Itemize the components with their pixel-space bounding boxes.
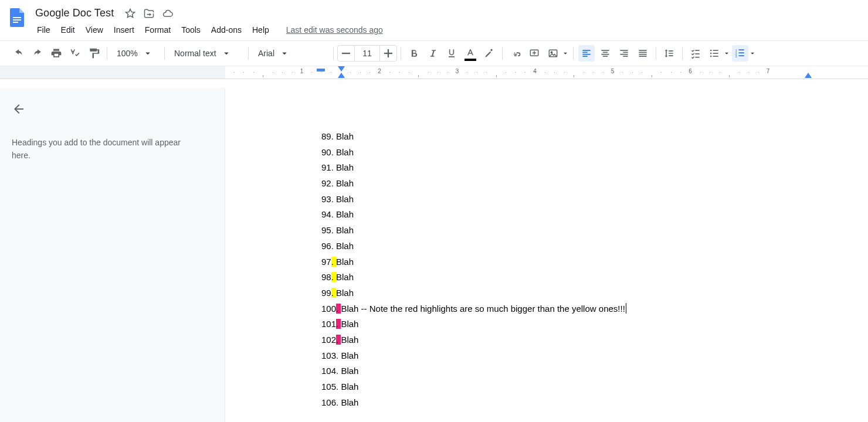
list-item[interactable]: 97. Blah (321, 254, 847, 270)
docs-logo[interactable] (6, 6, 29, 29)
text-color-indicator (464, 59, 476, 61)
list-item[interactable]: 101. Blah (321, 316, 847, 332)
cloud-status-icon[interactable] (162, 8, 174, 19)
svg-rect-18 (623, 52, 628, 53)
menu-help[interactable]: Help (247, 23, 274, 37)
numbered-list[interactable]: 89. Blah90. Blah91. Blah92. Blah93. Blah… (321, 129, 847, 410)
svg-text:3: 3 (735, 55, 737, 58)
font-dropdown[interactable]: Arial (252, 45, 330, 62)
list-item-spacer: . (331, 272, 336, 282)
zoom-value: 100% (117, 49, 138, 58)
indent-left-marker[interactable] (337, 72, 345, 79)
print-button[interactable] (48, 45, 65, 62)
list-item-text: Blah (341, 397, 358, 407)
svg-point-29 (710, 53, 712, 55)
svg-rect-2 (13, 22, 18, 23)
line-spacing-dropdown[interactable] (660, 45, 679, 62)
svg-rect-19 (620, 54, 628, 55)
svg-rect-17 (620, 50, 628, 51)
paragraph-style-dropdown[interactable]: Normal text (168, 45, 245, 62)
list-item[interactable]: 103. Blah (321, 348, 847, 364)
insert-link-button[interactable] (507, 45, 524, 62)
bold-button[interactable] (406, 45, 422, 62)
list-item[interactable]: 105. Blah (321, 379, 847, 395)
list-item-text: Blah (336, 131, 354, 141)
indent-right-marker[interactable] (804, 72, 812, 79)
list-item-text: Blah (336, 178, 354, 188)
list-item[interactable]: 100. Blah -- Note the red highlights are… (321, 301, 847, 317)
list-item[interactable]: 102. Blah (321, 332, 847, 348)
list-item-spacer: . (331, 257, 336, 267)
menu-edit[interactable]: Edit (56, 23, 80, 37)
list-item-number: 97 (321, 254, 331, 270)
align-center-button[interactable] (597, 45, 613, 62)
svg-rect-39 (739, 55, 744, 56)
list-item[interactable]: 94. Blah (321, 207, 847, 223)
last-edit-link[interactable]: Last edit was seconds ago (286, 25, 383, 35)
list-item[interactable]: 93. Blah (321, 192, 847, 207)
list-item[interactable]: 98. Blah (321, 270, 847, 285)
list-item[interactable]: 92. Blah (321, 176, 847, 192)
align-left-button[interactable] (578, 45, 595, 62)
list-item-text: Blah (336, 162, 354, 172)
align-justify-button[interactable] (635, 45, 651, 62)
indent-first-bar[interactable] (317, 69, 325, 72)
list-item[interactable]: 106. Blah (321, 395, 847, 411)
document-canvas[interactable]: 89. Blah90. Blah91. Blah92. Blah93. Blah… (225, 88, 868, 422)
list-item-number: 91 (321, 160, 331, 176)
align-right-button[interactable] (616, 45, 632, 62)
font-size-group (337, 45, 397, 62)
list-item[interactable]: 91. Blah (321, 160, 847, 176)
ruler[interactable]: 1234567 (0, 66, 868, 79)
list-item-text: Blah (341, 350, 358, 360)
ruler-major-2: 2 (378, 68, 381, 74)
bulleted-list-dropdown[interactable] (705, 45, 731, 62)
font-size-decrease[interactable] (338, 46, 354, 61)
menu-tools[interactable]: Tools (176, 23, 206, 37)
insert-comment-button[interactable] (526, 45, 542, 62)
menu-add-ons[interactable]: Add-ons (206, 23, 247, 37)
list-item[interactable]: 99. Blah (321, 285, 847, 301)
highlight-button[interactable] (481, 45, 497, 62)
list-item[interactable]: 95. Blah (321, 223, 847, 239)
list-item[interactable]: 89. Blah (321, 129, 847, 145)
redo-button[interactable] (29, 45, 46, 62)
svg-rect-5 (388, 49, 389, 57)
paint-format-button[interactable] (86, 45, 102, 62)
outline-collapse-button[interactable] (12, 102, 213, 118)
insert-image-dropdown[interactable] (544, 45, 569, 62)
menu-format[interactable]: Format (140, 23, 176, 37)
spellcheck-button[interactable] (67, 45, 83, 62)
star-icon[interactable] (124, 8, 136, 19)
line-spacing-icon (661, 45, 677, 62)
outline-empty-message: Headings you add to the document will ap… (12, 136, 199, 162)
list-item[interactable]: 104. Blah (321, 363, 847, 379)
list-item-number: 100 (321, 301, 336, 317)
menu-view[interactable]: View (80, 23, 108, 37)
text-color-button[interactable] (462, 45, 479, 62)
move-icon[interactable] (143, 8, 155, 19)
list-item[interactable]: 90. Blah (321, 145, 847, 161)
numbered-list-dropdown[interactable]: 123 (731, 45, 757, 62)
chevron-down-icon (723, 49, 731, 57)
svg-rect-25 (695, 50, 700, 51)
list-item-text: Blah (336, 257, 354, 267)
list-item-text: Blah (341, 335, 358, 345)
svg-rect-9 (582, 50, 590, 51)
text-cursor (626, 303, 626, 314)
document-body[interactable]: 89. Blah90. Blah91. Blah92. Blah93. Blah… (225, 88, 847, 422)
list-item-number: 102 (321, 332, 336, 348)
zoom-dropdown[interactable]: 100% (111, 45, 161, 62)
list-item[interactable]: 96. Blah (321, 239, 847, 254)
checklist-button[interactable] (687, 45, 704, 62)
font-size-input[interactable] (354, 46, 380, 61)
doc-title-input[interactable]: Google Doc Test (32, 6, 117, 21)
undo-button[interactable] (11, 45, 27, 62)
menu-insert[interactable]: Insert (108, 23, 140, 37)
underline-button[interactable] (443, 45, 460, 62)
menu-file[interactable]: File (32, 23, 56, 37)
font-size-increase[interactable] (380, 46, 396, 61)
italic-button[interactable] (425, 45, 441, 62)
chevron-down-icon (561, 49, 569, 57)
chevron-down-icon (279, 48, 290, 59)
